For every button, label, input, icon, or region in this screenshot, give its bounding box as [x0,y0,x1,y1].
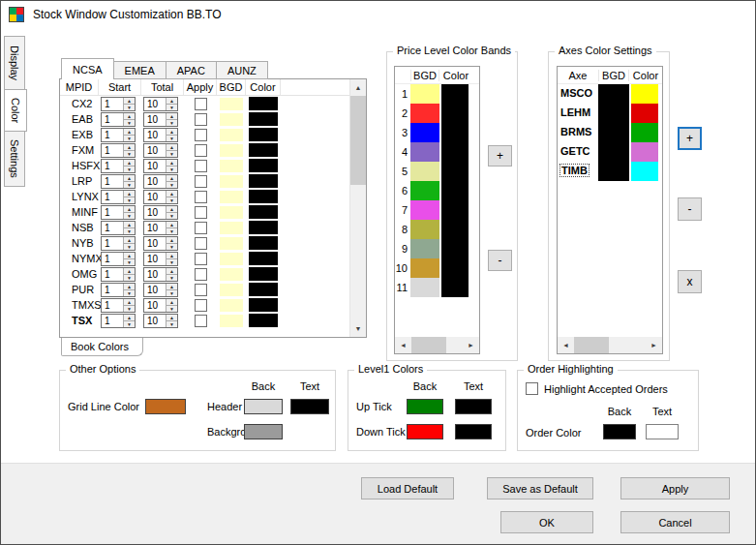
spin-down-icon[interactable]: ▼ [124,135,135,141]
order-back-swatch[interactable] [603,424,636,439]
tab-ncsa[interactable]: NCSA [61,58,114,79]
total-spinner[interactable]: 10▲▼ [143,97,178,111]
apply-checkbox[interactable] [195,299,207,312]
axes-hscrollbar[interactable]: ◄ ► [558,337,662,353]
price-band-row[interactable]: 6 [395,181,479,200]
price-band-row[interactable]: 4 [395,142,479,162]
apply-checkbox[interactable] [195,206,207,219]
load-default-button[interactable]: Load Default [361,477,454,500]
side-tab-display[interactable]: Display [4,36,25,90]
start-spinner[interactable]: 1▲▼ [101,314,136,328]
book-row[interactable]: LRP1▲▼10▲▼ [60,173,349,189]
uptick-back-swatch[interactable] [407,399,443,414]
spin-down-icon[interactable]: ▼ [166,197,177,203]
spin-down-icon[interactable]: ▼ [166,135,177,141]
bgd-swatch[interactable] [220,268,243,281]
bgd-swatch[interactable] [220,113,243,126]
total-spinner[interactable]: 10▲▼ [143,283,178,297]
band-bgd-swatch[interactable] [410,258,439,278]
start-spinner[interactable]: 1▲▼ [101,97,136,111]
band-color-swatch[interactable] [441,220,469,239]
spin-down-icon[interactable]: ▼ [124,166,135,172]
total-spinner[interactable]: 10▲▼ [143,205,178,220]
apply-checkbox[interactable] [195,129,207,141]
total-spinner[interactable]: 10▲▼ [143,314,178,328]
spin-down-icon[interactable]: ▼ [124,104,135,110]
total-spinner[interactable]: 10▲▼ [143,112,178,127]
axe-color-swatch[interactable] [631,84,658,104]
save-as-default-button[interactable]: Save as Default [487,477,593,500]
scroll-thumb[interactable] [350,96,366,185]
price-band-remove-button[interactable]: - [488,250,512,271]
band-color-swatch[interactable] [441,278,469,297]
spin-down-icon[interactable]: ▼ [166,104,177,110]
bgd-swatch[interactable] [220,129,243,141]
spin-down-icon[interactable]: ▼ [124,119,135,126]
apply-checkbox[interactable] [195,253,207,265]
start-spinner[interactable]: 1▲▼ [101,252,136,266]
axes-delete-button[interactable]: x [678,270,702,293]
band-bgd-swatch[interactable] [410,142,439,162]
band-color-swatch[interactable] [441,200,469,220]
price-band-row[interactable]: 1 [395,84,479,104]
color-swatch[interactable] [249,283,278,296]
color-swatch[interactable] [249,252,278,265]
band-bgd-swatch[interactable] [410,104,439,123]
axes-row[interactable]: MSCO [558,84,662,104]
apply-checkbox[interactable] [195,160,207,172]
spin-down-icon[interactable]: ▼ [166,227,177,234]
band-bgd-swatch[interactable] [410,220,439,239]
spin-down-icon[interactable]: ▼ [166,305,177,312]
book-row[interactable]: EAB1▲▼10▲▼ [60,111,349,127]
bgd-swatch[interactable] [220,253,243,265]
scroll-left-icon[interactable]: ◄ [395,337,411,353]
axes-row[interactable]: GETC [558,142,662,162]
book-row[interactable]: NYMX1▲▼10▲▼ [60,251,349,266]
total-spinner[interactable]: 10▲▼ [143,174,178,189]
total-spinner[interactable]: 10▲▼ [143,298,178,313]
cancel-button[interactable]: Cancel [620,511,730,533]
color-swatch[interactable] [249,236,278,250]
spin-down-icon[interactable]: ▼ [124,258,135,265]
spin-down-icon[interactable]: ▼ [166,258,177,265]
scroll-down-icon[interactable]: ▼ [350,320,366,337]
color-swatch[interactable] [249,298,278,312]
total-spinner[interactable]: 10▲▼ [143,267,178,282]
apply-checkbox[interactable] [195,113,207,126]
tab-book-colors[interactable]: Book Colors [61,338,143,356]
start-spinner[interactable]: 1▲▼ [101,298,136,313]
bgd-swatch[interactable] [220,299,243,312]
band-bgd-swatch[interactable] [410,200,439,220]
axe-color-swatch[interactable] [631,123,658,142]
start-spinner[interactable]: 1▲▼ [101,143,136,158]
spin-down-icon[interactable]: ▼ [124,274,135,281]
apply-checkbox[interactable] [195,315,207,327]
scroll-up-icon[interactable]: ▲ [350,79,366,96]
apply-checkbox[interactable] [195,175,207,188]
apply-checkbox[interactable] [195,268,207,281]
spin-down-icon[interactable]: ▼ [166,320,177,327]
axe-color-swatch[interactable] [631,162,658,181]
start-spinner[interactable]: 1▲▼ [101,267,136,282]
axes-row[interactable]: TIMB [558,162,662,181]
color-swatch[interactable] [249,174,278,188]
band-bgd-swatch[interactable] [410,239,439,258]
ok-button[interactable]: OK [500,511,593,533]
spin-down-icon[interactable]: ▼ [166,212,177,219]
price-band-row[interactable]: 5 [395,162,479,181]
band-color-swatch[interactable] [441,239,469,258]
band-bgd-swatch[interactable] [410,278,439,297]
color-swatch[interactable] [249,143,278,157]
apply-checkbox[interactable] [195,237,207,250]
order-text-swatch[interactable] [646,424,679,439]
band-color-swatch[interactable] [441,181,469,200]
book-row[interactable]: LYNX1▲▼10▲▼ [60,189,349,204]
downtick-back-swatch[interactable] [407,424,443,439]
grid-line-color-swatch[interactable] [145,399,186,414]
header-text-swatch[interactable] [290,399,329,414]
spin-down-icon[interactable]: ▼ [124,227,135,234]
spin-down-icon[interactable]: ▼ [124,289,135,296]
book-row[interactable]: FXM1▲▼10▲▼ [60,142,349,158]
spin-down-icon[interactable]: ▼ [124,197,135,203]
book-row[interactable]: PUR1▲▼10▲▼ [60,282,349,297]
